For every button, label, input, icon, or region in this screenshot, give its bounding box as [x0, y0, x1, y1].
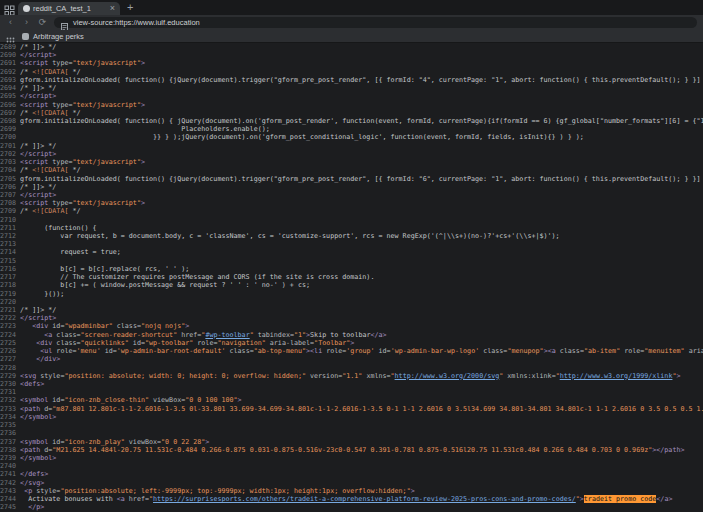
bookmark-label: Arbitrage perks — [33, 32, 84, 41]
source-line-text: Activate bonuses with <a href="https://s… — [20, 495, 703, 503]
line-number: 2741 — [0, 470, 20, 478]
line-number: 2691 — [0, 59, 20, 67]
line-number: 2735 — [0, 421, 20, 429]
line-number: 2744 — [0, 495, 20, 503]
line-number: 2731 — [0, 388, 20, 396]
line-number: 2727 — [0, 355, 20, 363]
source-line: 2739</symbol> — [0, 454, 703, 462]
line-number: 2696 — [0, 101, 20, 109]
bookmarks-bar: Arbitrage perks — [0, 30, 703, 43]
tab-strip: reddit_CA_test_1 × + — [0, 0, 703, 15]
line-number: 2726 — [0, 347, 20, 355]
source-line-text: </script> — [20, 150, 703, 158]
browser-window: reddit_CA_test_1 × + ‹ › ⟳ view-source:h… — [0, 0, 703, 512]
source-line-text — [20, 429, 703, 437]
line-number: 2704 — [0, 166, 20, 174]
source-line: 2703<script type="text/javascript"> — [0, 158, 703, 166]
source-line-text: <svg style="position: absolute; width: 0… — [20, 372, 703, 380]
line-number: 2697 — [0, 109, 20, 117]
source-line: 2737<symbol id="icon-znb_play" viewBox="… — [0, 438, 703, 446]
line-number: 2745 — [0, 503, 20, 511]
source-line-text: b[c] = b[c].replace( rcs, ' ' ); — [20, 265, 703, 273]
source-line: 2697/* <![CDATA[ */ — [0, 109, 703, 117]
line-number: 2722 — [0, 314, 20, 322]
source-line-text: </symbol> — [20, 413, 703, 421]
source-line: 2731 — [0, 388, 703, 396]
tab-favicon-icon — [23, 5, 30, 12]
source-line: 2724 <a class="screen-reader-shortcut" h… — [0, 331, 703, 339]
source-line-text: (function() { — [20, 224, 703, 232]
source-line-text: /* ]]> */ — [20, 306, 703, 314]
source-line-text: <script type="text/javascript"> — [20, 59, 703, 67]
view-source-content: 2689/* ]]> */2690</script>2691<script ty… — [0, 43, 703, 512]
line-number: 2699 — [0, 125, 20, 133]
source-line: 2692/* <![CDATA[ */ — [0, 68, 703, 76]
back-button[interactable]: ‹ — [6, 18, 15, 27]
source-line-text: </div> — [20, 355, 703, 363]
line-number: 2730 — [0, 380, 20, 388]
source-line: 2704/* <![CDATA[ */ — [0, 166, 703, 174]
line-number: 2693 — [0, 76, 20, 84]
line-number: 2700 — [0, 133, 20, 141]
source-line: 2712 var request, b = document.body, c =… — [0, 232, 703, 240]
line-number: 2742 — [0, 479, 20, 487]
line-number: 2719 — [0, 290, 20, 298]
browser-tab[interactable]: reddit_CA_test_1 × — [18, 2, 120, 15]
source-line: 2707</script> — [0, 191, 703, 199]
source-line: 2693gform.initializeOnLoaded( function()… — [0, 76, 703, 84]
source-line: 2740 — [0, 462, 703, 470]
address-bar[interactable]: view-source:https://www.iulf.education — [54, 17, 697, 28]
line-number: 2695 — [0, 92, 20, 100]
tab-close-icon[interactable]: × — [110, 4, 115, 13]
source-line: 2726 <ul role='menu' id='wp-admin-bar-ro… — [0, 347, 703, 355]
tab-title: reddit_CA_test_1 — [33, 4, 107, 13]
source-line: 2710 — [0, 216, 703, 224]
source-line: 2696<script type="text/javascript"> — [0, 101, 703, 109]
source-line-text — [20, 257, 703, 265]
line-number: 2724 — [0, 331, 20, 339]
source-link[interactable]: #wp-toolbar — [205, 331, 249, 339]
line-number: 2711 — [0, 224, 20, 232]
source-line: 2738<path d="M21.625 14.484l-20.75 11.53… — [0, 446, 703, 454]
source-line-text: /* <![CDATA[ */ — [20, 207, 703, 215]
source-line: 2723 <div id="wpadminbar" class="nojq no… — [0, 322, 703, 330]
reload-button[interactable]: ⟳ — [38, 18, 47, 27]
source-line-text — [20, 421, 703, 429]
source-line: 2691<script type="text/javascript"> — [0, 59, 703, 67]
source-link[interactable]: https://surprisesports.com/others/tradei… — [153, 495, 576, 503]
source-link[interactable]: http://www.w3.org/2000/svg — [395, 372, 500, 380]
source-line-text: <ul role='menu' id='wp-admin-bar-root-de… — [20, 347, 703, 355]
source-line-text: var request, b = document.body, c = 'cla… — [20, 232, 703, 240]
source-line: 2717 // The customizer requires postMess… — [0, 273, 703, 281]
source-line: 2741</defs> — [0, 470, 703, 478]
source-line-text: b[c] += ( window.postMessage && request … — [20, 281, 703, 289]
source-line-text: <div id="wpadminbar" class="nojq nojs"> — [20, 322, 703, 330]
source-line: 2727 </div> — [0, 355, 703, 363]
line-number: 2739 — [0, 454, 20, 462]
source-line-text: /* <![CDATA[ */ — [20, 166, 703, 174]
source-line-text — [20, 388, 703, 396]
source-line-text: <symbol id="icon-znb_play" viewBox="0 0 … — [20, 438, 703, 446]
apps-grid-icon[interactable] — [6, 32, 15, 41]
source-line-text: /* <![CDATA[ */ — [20, 109, 703, 117]
line-number: 2692 — [0, 68, 20, 76]
source-line-text: </script> — [20, 92, 703, 100]
source-page-icon — [61, 18, 68, 27]
tab-grid-icon[interactable] — [4, 2, 15, 13]
source-link[interactable]: http://www.w3.org/1999/xlink — [560, 372, 673, 380]
toolbar: ‹ › ⟳ view-source:https://www.iulf.educa… — [0, 15, 703, 30]
source-line-text: <p style="position:absolute; left:-9999p… — [20, 487, 703, 495]
bookmark-item[interactable]: Arbitrage perks — [22, 32, 84, 41]
source-line: 2733<path d="m87.801 12.801c-1-1-2.6016-… — [0, 405, 703, 413]
forward-button[interactable]: › — [22, 18, 31, 27]
source-line: 2718 b[c] += ( window.postMessage && req… — [0, 281, 703, 289]
line-number: 2706 — [0, 183, 20, 191]
bookmark-favicon-icon — [22, 33, 29, 40]
source-line-text: Placeholders.enable(); — [20, 125, 703, 133]
source-line-text: /* ]]> */ — [20, 84, 703, 92]
source-line: 2700 }} } );jQuery(document).on('gform_p… — [0, 133, 703, 141]
source-line-text: </script> — [20, 314, 703, 322]
new-tab-button[interactable]: + — [127, 2, 133, 13]
source-line: 2721/* ]]> */ — [0, 306, 703, 314]
line-number: 2721 — [0, 306, 20, 314]
